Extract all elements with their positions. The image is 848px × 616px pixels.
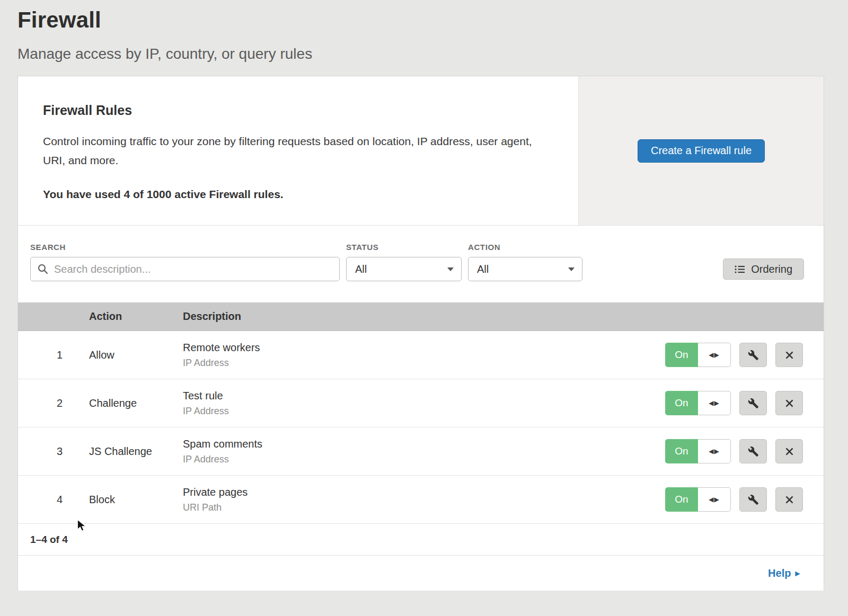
close-icon	[785, 495, 794, 504]
edit-rule-button[interactable]	[739, 439, 767, 463]
card-heading: Firewall Rules	[43, 103, 546, 118]
rule-enabled-toggle[interactable]: On ◀▶	[665, 343, 731, 367]
delete-rule-button[interactable]	[775, 391, 803, 415]
rule-priority: 2	[18, 397, 89, 409]
search-filter: SEARCH	[30, 243, 340, 281]
action-label: ACTION	[468, 243, 582, 252]
chevron-down-icon	[447, 267, 454, 271]
help-link-label: Help	[768, 567, 791, 579]
column-header-description: Description	[183, 310, 824, 323]
card-intro-actions: Create a Firewall rule	[578, 76, 824, 225]
page-title: Firewall	[17, 7, 848, 33]
rule-priority: 4	[18, 494, 89, 506]
rule-match-type: IP Address	[183, 454, 665, 465]
card-description: Control incoming traffic to your zone by…	[43, 132, 546, 170]
chevron-down-icon	[568, 267, 575, 271]
rule-action: JS Challenge	[89, 445, 183, 458]
wrench-icon	[748, 494, 759, 505]
wrench-icon	[748, 398, 759, 409]
rule-enabled-toggle[interactable]: On ◀▶	[665, 439, 731, 463]
action-select[interactable]: All	[468, 257, 582, 281]
help-link[interactable]: Help ▸	[768, 567, 800, 579]
rule-controls: On ◀▶	[665, 391, 824, 415]
page-header: Firewall Manage access by IP, country, o…	[0, 0, 848, 63]
close-icon	[785, 399, 794, 408]
action-select-value: All	[477, 263, 489, 275]
action-filter: ACTION All	[468, 243, 582, 281]
edit-rule-button[interactable]	[739, 343, 767, 367]
table-row: 2 Challenge Test rule IP Address On ◀▶	[18, 379, 824, 427]
rule-priority: 1	[18, 349, 89, 361]
toggle-on-segment[interactable]: On	[665, 343, 698, 367]
rule-description-cell: Test rule IP Address	[183, 390, 665, 417]
toggle-on-segment[interactable]: On	[665, 487, 698, 512]
delete-rule-button[interactable]	[775, 487, 803, 512]
toggle-on-segment[interactable]: On	[665, 439, 698, 463]
table-row: 4 Block Private pages URI Path On ◀▶	[18, 476, 824, 524]
create-firewall-rule-button[interactable]: Create a Firewall rule	[638, 139, 765, 163]
wrench-icon	[748, 446, 759, 457]
edit-rule-button[interactable]	[739, 391, 767, 415]
help-arrow-icon: ▸	[795, 568, 800, 579]
close-icon	[785, 351, 794, 360]
rule-description: Remote workers	[183, 342, 665, 354]
column-header-action: Action	[89, 310, 183, 323]
rule-enabled-toggle[interactable]: On ◀▶	[665, 391, 731, 415]
ordering-button-label: Ordering	[751, 263, 792, 275]
rule-description-cell: Remote workers IP Address	[183, 342, 665, 369]
pagination-range: 1–4 of 4	[30, 534, 68, 546]
rules-usage-note: You have used 4 of 1000 active Firewall …	[43, 188, 546, 201]
search-icon	[37, 263, 49, 275]
card-intro-text: Firewall Rules Control incoming traffic …	[18, 76, 578, 225]
toggle-arrows-icon[interactable]: ◀▶	[698, 439, 731, 463]
search-label: SEARCH	[30, 243, 340, 252]
rule-match-type: URI Path	[183, 502, 665, 513]
status-select-value: All	[355, 263, 367, 275]
rule-description: Spam comments	[183, 438, 665, 450]
status-label: STATUS	[346, 243, 462, 252]
search-input[interactable]	[30, 257, 340, 281]
rule-priority: 3	[18, 445, 89, 458]
rule-match-type: IP Address	[183, 358, 665, 369]
table-header: Action Description	[18, 302, 824, 331]
delete-rule-button[interactable]	[775, 439, 803, 463]
rule-controls: On ◀▶	[665, 343, 824, 367]
wrench-icon	[748, 350, 759, 361]
status-select[interactable]: All	[346, 257, 462, 281]
table-row: 3 JS Challenge Spam comments IP Address …	[18, 427, 824, 476]
toggle-on-segment[interactable]: On	[665, 391, 698, 415]
rule-match-type: IP Address	[183, 406, 665, 417]
rule-action: Block	[89, 494, 183, 506]
rule-description-cell: Spam comments IP Address	[183, 438, 665, 465]
edit-rule-button[interactable]	[739, 487, 767, 512]
rule-controls: On ◀▶	[665, 487, 824, 512]
card-intro-section: Firewall Rules Control incoming traffic …	[18, 76, 824, 226]
rule-controls: On ◀▶	[665, 439, 824, 463]
rule-action: Allow	[89, 349, 183, 361]
delete-rule-button[interactable]	[775, 343, 803, 367]
list-icon	[735, 265, 745, 274]
close-icon	[785, 447, 794, 456]
rule-action: Challenge	[89, 397, 183, 409]
toggle-arrows-icon[interactable]: ◀▶	[698, 487, 731, 512]
ordering-wrap: Ordering	[723, 258, 804, 280]
status-filter: STATUS All	[346, 243, 462, 281]
help-bar: Help ▸	[18, 556, 824, 591]
ordering-button[interactable]: Ordering	[723, 258, 804, 280]
filters-bar: SEARCH STATUS All ACTION All	[18, 226, 824, 302]
pagination-summary: 1–4 of 4	[18, 524, 824, 556]
rule-description-cell: Private pages URI Path	[183, 486, 665, 513]
rule-description: Private pages	[183, 486, 665, 498]
table-row: 1 Allow Remote workers IP Address On ◀▶	[18, 331, 824, 379]
toggle-arrows-icon[interactable]: ◀▶	[698, 391, 731, 415]
rule-enabled-toggle[interactable]: On ◀▶	[665, 487, 731, 512]
page-subtitle: Manage access by IP, country, or query r…	[17, 46, 848, 63]
toggle-arrows-icon[interactable]: ◀▶	[698, 343, 731, 367]
rule-description: Test rule	[183, 390, 665, 402]
search-box	[30, 257, 340, 281]
firewall-rules-card: Firewall Rules Control incoming traffic …	[17, 76, 824, 591]
